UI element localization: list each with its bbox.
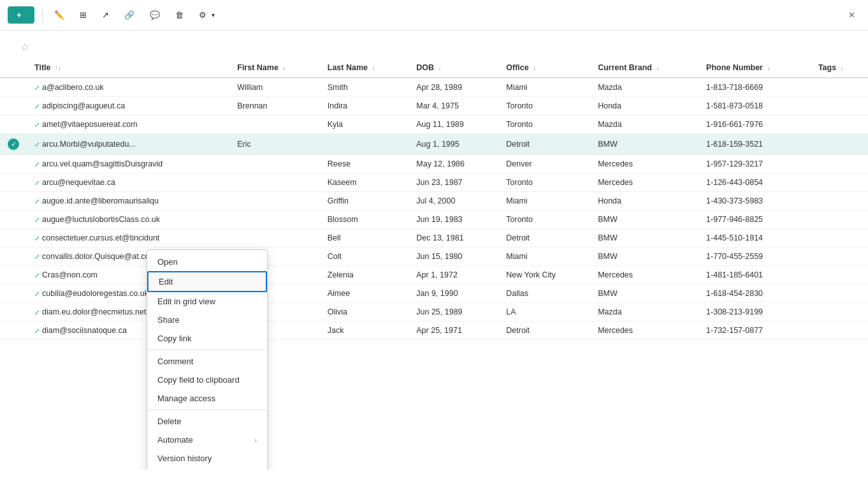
cell-phonenumber: 1-916-661-7976 — [698, 115, 811, 134]
cell-currentbrand: Honda — [590, 192, 698, 211]
cell-dob: Mar 4, 1975 — [409, 97, 498, 115]
edit-grid-button[interactable]: ⊞ — [76, 8, 93, 22]
edit-button[interactable]: ✏️ — [50, 8, 71, 22]
cell-tags — [811, 266, 868, 285]
row-checkbox[interactable] — [0, 229, 27, 248]
cell-phonenumber: 1-126-443-0854 — [698, 174, 811, 192]
cell-lastname: Griffin — [320, 192, 409, 211]
cell-currentbrand: Mercedes — [590, 174, 698, 192]
table-row[interactable]: ⤢a@aclibero.co.ukWilliamSmithApr 28, 198… — [0, 78, 868, 97]
cell-firstname: William — [229, 78, 319, 97]
context-menu-item-share[interactable]: Share — [147, 311, 267, 329]
cell-currentbrand: Mazda — [590, 78, 698, 97]
context-menu-item-edit[interactable]: Edit — [147, 271, 267, 292]
close-icon[interactable]: ✕ — [848, 10, 855, 20]
row-checkbox[interactable] — [0, 97, 27, 115]
row-expand-icon: ⤢ — [34, 235, 40, 242]
context-menu-item-version-history[interactable]: Version history — [147, 449, 267, 468]
edit-icon: ✏️ — [54, 10, 64, 20]
col-phone[interactable]: Phone Number ↓ — [698, 58, 811, 78]
row-checkbox[interactable] — [0, 285, 27, 303]
cell-dob: Jun 25, 1989 — [409, 303, 498, 322]
row-checkbox[interactable] — [0, 303, 27, 322]
row-checkbox[interactable] — [0, 192, 27, 211]
row-checkbox[interactable] — [0, 211, 27, 229]
cell-title: ⤢arcu.Morbi@vulputatedu... — [27, 134, 229, 155]
copy-link-button[interactable]: 🔗 — [120, 8, 141, 22]
table-row[interactable]: ⤢arcu.vel.quam@sagittisDuisgravidReeseMa… — [0, 155, 868, 174]
row-checkbox[interactable] — [0, 115, 27, 134]
context-menu-item-copy-link[interactable]: Copy link — [147, 329, 267, 348]
cell-lastname: Smith — [320, 78, 409, 97]
table-row[interactable]: ⤢arcu@nequevitae.caKaseemJun 23, 1987Tor… — [0, 174, 868, 192]
cell-lastname: Olivia — [320, 303, 409, 322]
cell-title: ⤢a@aclibero.co.uk — [27, 78, 229, 97]
col-firstname[interactable]: First Name ↓ — [229, 58, 319, 78]
row-checkbox[interactable] — [0, 248, 27, 266]
col-dob[interactable]: DOB ↓ — [409, 58, 498, 78]
cell-dob: Jun 23, 1987 — [409, 174, 498, 192]
chevron-right-icon: › — [254, 436, 257, 444]
row-checkbox[interactable] — [0, 322, 27, 340]
col-tags[interactable]: Tags ↓ — [811, 58, 868, 78]
toolbar-right: ✕ — [848, 10, 860, 20]
context-menu-item-edit-in-grid-view[interactable]: Edit in grid view — [147, 292, 267, 311]
context-menu-item-comment[interactable]: Comment — [147, 352, 267, 371]
cell-tags — [811, 115, 868, 134]
cell-office: Dallas — [498, 285, 590, 303]
cell-title: ⤢adipiscing@augueut.ca — [27, 97, 229, 115]
row-checkbox[interactable] — [0, 78, 27, 97]
comment-button[interactable]: 💬 — [146, 8, 166, 22]
cell-dob: Apr 28, 1989 — [409, 78, 498, 97]
cell-phonenumber: 1-445-510-1914 — [698, 229, 811, 248]
automate-button[interactable]: ⚙ ▾ — [195, 8, 219, 22]
share-button[interactable]: ↗ — [98, 8, 115, 22]
context-menu-item-delete[interactable]: Delete — [147, 412, 267, 431]
cell-dob: Jun 15, 1980 — [409, 248, 498, 266]
cell-tags — [811, 303, 868, 322]
col-office[interactable]: Office ↓ — [498, 58, 590, 78]
favorite-star-icon[interactable]: ☆ — [20, 41, 29, 53]
context-menu-separator — [147, 410, 267, 410]
table-row[interactable]: ⤢adipiscing@augueut.caBrennanIndiraMar 4… — [0, 97, 868, 115]
row-expand-icon: ⤢ — [34, 198, 40, 205]
cell-dob: Apr 1, 1972 — [409, 266, 498, 285]
cell-office: Toronto — [498, 211, 590, 229]
cell-lastname: Indira — [320, 97, 409, 115]
delete-button[interactable]: 🗑 — [171, 8, 190, 22]
cell-phonenumber: 1-977-946-8825 — [698, 211, 811, 229]
cell-phonenumber: 1-430-373-5983 — [698, 192, 811, 211]
col-brand[interactable]: Current Brand ↓ — [590, 58, 698, 78]
row-checkbox[interactable] — [0, 174, 27, 192]
table-row[interactable]: ⤢cubilia@eudoloregestas.co.ukAimeeJan 9,… — [0, 285, 868, 303]
table-row[interactable]: ✓⤢arcu.Morbi@vulputatedu...EricAug 1, 19… — [0, 134, 868, 155]
cell-title: ⤢amet@vitaeposuereat.com — [27, 115, 229, 134]
cell-office: Toronto — [498, 115, 590, 134]
automate-icon: ⚙ — [199, 10, 206, 20]
context-menu-label: Automate — [157, 435, 193, 445]
cell-title: ⤢arcu@nequevitae.ca — [27, 174, 229, 192]
table-row[interactable]: ⤢amet@vitaeposuereat.comKylaAug 11, 1989… — [0, 115, 868, 134]
table-row[interactable]: ⤢diam@sociisnatoque.caJackApr 25, 1971De… — [0, 322, 868, 340]
context-menu-item-automate[interactable]: Automate› — [147, 431, 267, 449]
table-row[interactable]: ⤢diam.eu.dolor@necmetus.netOliviaJun 25,… — [0, 303, 868, 322]
row-checkbox[interactable] — [0, 266, 27, 285]
row-checkbox[interactable] — [0, 155, 27, 174]
context-menu-item-manage-access[interactable]: Manage access — [147, 389, 267, 408]
col-title[interactable]: Title ↑↓ — [27, 58, 229, 78]
row-checkbox[interactable]: ✓ — [0, 134, 27, 155]
table-row[interactable]: ⤢augue@luctuslobortisClass.co.ukBlossomJ… — [0, 211, 868, 229]
table-row[interactable]: ⤢convallis.dolor.Quisque@at.co.ukColtJun… — [0, 248, 868, 266]
row-expand-icon: ⤢ — [34, 161, 40, 168]
col-lastname[interactable]: Last Name ↓ — [320, 58, 409, 78]
cell-dob: Jul 4, 2000 — [409, 192, 498, 211]
table-row[interactable]: ⤢Cras@non.comZeleniaApr 1, 1972New York … — [0, 266, 868, 285]
context-menu-label: Version history — [157, 454, 212, 463]
table-row[interactable]: ⤢consectetuer.cursus.et@tinciduntBellDec… — [0, 229, 868, 248]
table-row[interactable]: ⤢augue.id.ante@liberomaurisaliquGriffinJ… — [0, 192, 868, 211]
context-menu-item-copy-field-to-clipboard[interactable]: Copy field to clipboard — [147, 371, 267, 389]
context-menu-item-open[interactable]: Open — [147, 253, 267, 271]
more-options-button[interactable] — [224, 13, 231, 18]
new-button[interactable]: + — [8, 6, 34, 24]
cell-title: ⤢augue@luctuslobortisClass.co.uk — [27, 211, 229, 229]
